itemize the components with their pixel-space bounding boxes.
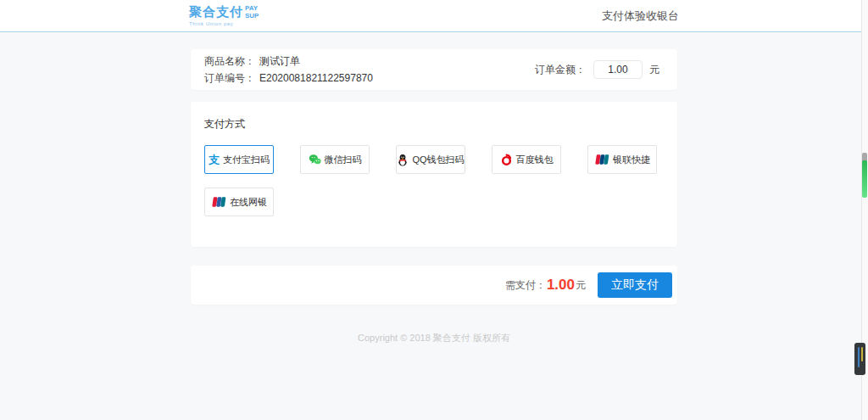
order-number-row: 订单编号：E2020081821122597870 bbox=[204, 70, 373, 87]
footer: Copyright © 2018 聚合支付 版权所有 bbox=[191, 332, 677, 344]
pay-bar-card: 需支付： 1.00 元 立即支付 bbox=[191, 266, 677, 305]
payment-method-unionpay-quick[interactable]: 银联快捷 bbox=[587, 145, 657, 174]
payment-method-qq-wallet[interactable]: QQ钱包扫码 bbox=[396, 145, 465, 174]
product-name-value: 测试订单 bbox=[259, 55, 300, 67]
due-amount: 1.00 bbox=[547, 277, 575, 294]
brand-logo[interactable]: 聚合支付 PAY SUP Think Union pay bbox=[189, 5, 259, 27]
order-amount-label: 订单金额： bbox=[535, 63, 586, 77]
method-label: 百度钱包 bbox=[516, 154, 554, 166]
order-summary-card: 商品名称：测试订单 订单编号：E2020081821122597870 订单金额… bbox=[191, 49, 677, 90]
order-amount-input[interactable] bbox=[593, 60, 643, 79]
browser-extension-widget[interactable] bbox=[854, 343, 865, 375]
pay-now-button[interactable]: 立即支付 bbox=[598, 272, 672, 298]
scrollbar-green-marker[interactable] bbox=[862, 160, 867, 198]
payment-methods-card: 支付方式 支 支付宝扫码 微信扫码 bbox=[191, 102, 677, 247]
payment-method-baidu-wallet[interactable]: 百度钱包 bbox=[492, 145, 561, 174]
method-label: QQ钱包扫码 bbox=[412, 154, 464, 166]
method-label: 在线网银 bbox=[230, 196, 267, 209]
payment-method-alipay[interactable]: 支 支付宝扫码 bbox=[204, 145, 274, 174]
due-label: 需支付： bbox=[505, 278, 546, 293]
method-label: 银联快捷 bbox=[613, 154, 650, 166]
unionpay-icon bbox=[594, 154, 609, 165]
online-netbank-icon bbox=[211, 197, 226, 207]
logo-paysup-text: PAY SUP bbox=[245, 5, 259, 20]
order-info: 商品名称：测试订单 订单编号：E2020081821122597870 bbox=[204, 53, 373, 87]
product-name-row: 商品名称：测试订单 bbox=[204, 53, 373, 70]
payment-method-wechat[interactable]: 微信扫码 bbox=[300, 145, 370, 174]
logo-tagline: Think Union pay bbox=[189, 21, 259, 26]
currency-label: 元 bbox=[649, 63, 659, 77]
page-title: 支付体验收银台 bbox=[602, 8, 679, 24]
alipay-icon: 支 bbox=[209, 154, 220, 165]
qq-wallet-icon bbox=[397, 154, 409, 166]
method-label: 微信扫码 bbox=[325, 154, 362, 166]
header: 聚合支付 PAY SUP Think Union pay 支付体验收银台 bbox=[0, 0, 868, 32]
copyright-text: Copyright © 2018 聚合支付 版权所有 bbox=[358, 333, 510, 343]
widget-bar bbox=[861, 347, 863, 361]
wechat-icon bbox=[309, 154, 321, 165]
widget-bar bbox=[858, 347, 860, 367]
payment-methods-title: 支付方式 bbox=[204, 117, 664, 132]
order-number-value: E2020081821122597870 bbox=[259, 72, 373, 84]
order-number-label: 订单编号： bbox=[204, 72, 255, 84]
order-amount-group: 订单金额： 元 bbox=[535, 60, 664, 79]
logo-brand-text: 聚合支付 bbox=[189, 5, 243, 18]
payment-methods-grid: 支 支付宝扫码 微信扫码 bbox=[204, 145, 664, 216]
product-name-label: 商品名称： bbox=[204, 55, 255, 67]
due-currency: 元 bbox=[576, 278, 586, 293]
payment-method-online-netbank[interactable]: 在线网银 bbox=[204, 188, 274, 216]
method-label: 支付宝扫码 bbox=[223, 154, 270, 166]
baidu-wallet-icon bbox=[500, 154, 513, 166]
